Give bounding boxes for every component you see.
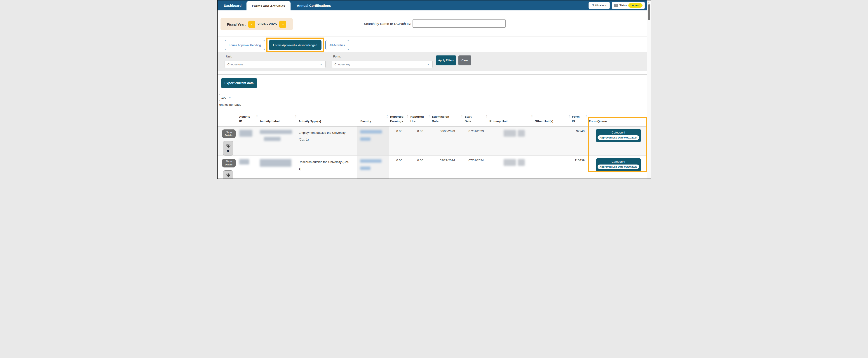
app-window: ▲ Dashboard Forms and Activities Annual …	[217, 0, 651, 179]
form-queue-cell: Category I Approved Exp Date 06/30/2025	[588, 156, 648, 179]
redacted-activity-label	[260, 130, 292, 134]
sort-icon: ▲▼	[585, 114, 587, 118]
view-tabs: Forms Approval Pending Forms Approved & …	[225, 40, 648, 50]
submission-date-cell: 02/22/2024	[431, 156, 464, 179]
column-header-form-id[interactable]: Form ID ▲▼	[571, 109, 588, 126]
tags-button[interactable]: 0	[223, 170, 234, 179]
nav-item-forms-and-activities[interactable]: Forms and Activities	[246, 1, 290, 13]
status-legend-button[interactable]: ? Status Legend	[612, 2, 645, 9]
column-header-faculty[interactable]: Faculty ▲▼	[357, 109, 389, 126]
sort-icon: ▲▼	[461, 114, 463, 118]
redacted-primary-unit	[504, 130, 516, 137]
show-details-button[interactable]: Show Details	[222, 130, 236, 138]
entries-per-page-label: entries per page	[219, 103, 648, 106]
clear-filters-button[interactable]: Clear	[458, 55, 471, 65]
tab-all-activities[interactable]: All Activities	[325, 40, 349, 50]
redacted-activity-id	[239, 130, 252, 137]
reported-hrs-cell: 0.00	[410, 126, 431, 156]
sort-icon: ▲▼	[568, 114, 570, 118]
redacted-faculty-link	[360, 137, 371, 141]
column-header-other-units[interactable]: Other Unit(s) ▲▼	[534, 109, 571, 126]
entries-per-page-select[interactable]: 100 ⌄	[219, 94, 234, 101]
column-header-form-queue: Form/Queue	[588, 109, 648, 126]
fiscal-year-next-button[interactable]: >	[279, 21, 286, 28]
fiscal-year-value: 2024 - 2025	[257, 22, 277, 26]
reported-hrs-cell: 0.00	[410, 156, 431, 179]
unit-select[interactable]: Choose one ⌄	[224, 61, 326, 68]
queue-status-badge: Category I Approved Exp Date 06/30/2025	[596, 158, 641, 171]
column-header-text: Date	[465, 119, 489, 123]
sort-icon: ▲▼	[531, 114, 533, 118]
divider	[218, 36, 648, 36]
column-header-text: Primary Unit	[490, 119, 534, 123]
tags-icon	[226, 173, 230, 177]
primary-unit-cell	[489, 156, 534, 179]
column-header-start-date[interactable]: Start Date ▲▼	[464, 109, 489, 126]
fiscal-year-selector: Fiscal Year: < 2024 - 2025 >	[220, 18, 293, 30]
table-row: Show Details 0	[218, 156, 648, 179]
primary-unit-cell	[489, 126, 534, 156]
activity-id-cell	[238, 126, 259, 156]
activity-label-cell	[259, 126, 298, 156]
column-header-text: Form	[572, 114, 585, 119]
tab-forms-approved-acknowledged[interactable]: Forms Approved & Acknowledged	[269, 40, 321, 50]
submission-date-cell: 06/06/2023	[431, 126, 464, 156]
chevron-down-icon: ⌄	[320, 61, 322, 65]
column-header-text: Start	[465, 114, 489, 119]
column-header-text: Earnings	[390, 119, 410, 123]
column-header-text: Date	[432, 119, 464, 123]
show-details-button[interactable]: Show Details	[222, 159, 236, 167]
reported-earnings-cell: 0.00	[389, 126, 410, 156]
activities-table-wrap: Activity ID ▲▼ Activity Label ▲▼ Activit…	[218, 109, 648, 179]
redacted-activity-label	[260, 159, 291, 167]
scrollbar[interactable]: ▲	[647, 0, 651, 178]
column-header-activity-types: Activity Type(s)	[298, 109, 357, 126]
queue-approved-pill: Approved Exp Date 07/01/2024	[597, 135, 639, 140]
redacted-faculty-link	[360, 130, 382, 134]
nav-item-annual-certifications[interactable]: Annual Certifications	[297, 4, 331, 7]
activity-label-cell	[259, 156, 298, 179]
scrollbar-up-icon[interactable]: ▲	[648, 1, 650, 4]
column-header-activity-label[interactable]: Activity Label ▲▼	[259, 109, 298, 126]
chevron-down-icon: ⌄	[228, 95, 231, 99]
form-id-cell: 115439	[571, 156, 588, 179]
top-nav: Dashboard Forms and Activities Annual Ce…	[218, 0, 648, 10]
nav-right-group: Notifications ? Status Legend	[589, 2, 645, 9]
toolbar-row: Fiscal Year: < 2024 - 2025 > Search by N…	[218, 18, 648, 30]
tags-button[interactable]: 0	[223, 141, 234, 156]
queue-approved-pill: Approved Exp Date 06/30/2025	[597, 165, 639, 169]
form-select[interactable]: Choose any ⌄	[332, 61, 433, 68]
sort-icon: ▲▼	[486, 114, 488, 118]
column-header-text: Submission	[432, 114, 464, 119]
redacted-faculty-link	[360, 159, 381, 163]
column-header-primary-unit[interactable]: Primary Unit ▲▼	[489, 109, 534, 126]
search-group: Search by Name or UCPath ID:	[364, 20, 506, 28]
redacted-primary-unit	[518, 130, 525, 137]
redacted-activity-label	[264, 137, 281, 141]
activity-type-cell: Research outside the University (Cat. 1)	[298, 156, 357, 179]
redacted-primary-unit	[518, 159, 525, 166]
chevron-down-icon: ⌄	[427, 61, 430, 65]
scrollbar-thumb[interactable]	[648, 4, 650, 20]
notifications-button[interactable]: Notifications	[589, 2, 610, 9]
tab-forms-approval-pending[interactable]: Forms Approval Pending	[225, 40, 265, 50]
column-header-reported-hrs[interactable]: Reported Hrs ▲▼	[410, 109, 431, 126]
search-input[interactable]	[412, 20, 506, 28]
fiscal-year-label: Fiscal Year:	[227, 22, 246, 26]
row-actions-cell: Show Details 0	[218, 126, 238, 156]
column-header-actions	[218, 109, 238, 126]
entries-per-page-value: 100	[221, 96, 226, 99]
unit-filter-label: Unit:	[226, 55, 232, 58]
column-header-text: Reported	[410, 114, 431, 119]
form-select-value: Choose any	[335, 63, 350, 66]
column-header-activity-id[interactable]: Activity ID ▲▼	[238, 109, 259, 126]
column-header-submission-date[interactable]: Submission Date ▲▼	[431, 109, 464, 126]
column-header-reported-earnings[interactable]: Reported Earnings ▲▼	[389, 109, 410, 126]
faculty-cell	[357, 126, 389, 156]
tag-count: 0	[227, 149, 229, 153]
export-current-data-button[interactable]: Export current data	[221, 78, 257, 88]
apply-filters-button[interactable]: Apply Filters	[436, 55, 456, 65]
fiscal-year-prev-button[interactable]: <	[248, 21, 255, 28]
nav-item-dashboard[interactable]: Dashboard	[224, 4, 242, 7]
activity-type-cell: Employment outside the University (Cat. …	[298, 126, 357, 156]
